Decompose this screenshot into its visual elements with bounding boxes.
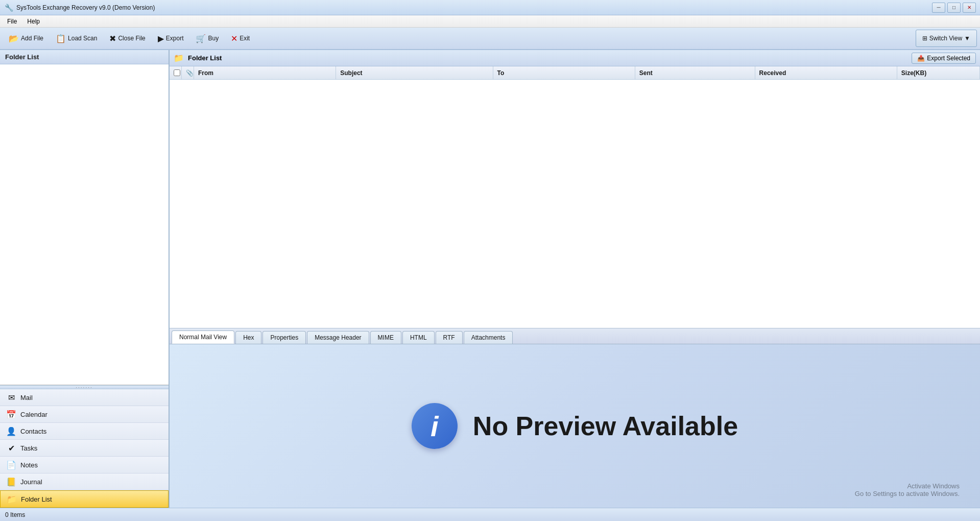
- col-sent[interactable]: Sent: [635, 66, 755, 79]
- export-selected-icon: 📤: [917, 55, 925, 62]
- tab-mime[interactable]: MIME: [370, 331, 401, 344]
- nav-label-journal: Journal: [20, 478, 42, 486]
- col-received[interactable]: Received: [755, 66, 897, 79]
- buy-label: Buy: [208, 35, 219, 42]
- journal-icon: 📒: [6, 477, 16, 486]
- status-bar: 0 Items: [0, 508, 980, 521]
- activate-windows-notice: Activate Windows Go to Settings to activ…: [855, 482, 960, 498]
- buy-icon: 🛒: [196, 34, 206, 43]
- tab-attachments[interactable]: Attachments: [464, 331, 513, 344]
- mail-icon: ✉: [6, 393, 16, 402]
- window-controls: ─ □ ✕: [932, 3, 976, 13]
- app-icon: 🔧: [4, 3, 13, 12]
- add-file-icon: 📂: [9, 34, 19, 43]
- nav-item-folder-list[interactable]: 📁 Folder List: [0, 490, 169, 508]
- close-button[interactable]: ✕: [963, 3, 976, 13]
- nav-label-tasks: Tasks: [20, 444, 37, 452]
- export-icon: ▶: [158, 34, 164, 43]
- col-from[interactable]: From: [194, 66, 336, 79]
- nav-item-journal[interactable]: 📒 Journal: [0, 473, 169, 490]
- activate-line2: Go to Settings to activate Windows.: [855, 490, 960, 498]
- tab-rtf[interactable]: RTF: [436, 331, 463, 344]
- minimize-button[interactable]: ─: [932, 3, 945, 13]
- nav-label-contacts: Contacts: [20, 428, 46, 435]
- nav-item-tasks[interactable]: ✔ Tasks: [0, 440, 169, 457]
- nav-item-mail[interactable]: ✉ Mail: [0, 389, 169, 406]
- menu-bar: File Help: [0, 15, 980, 28]
- folder-list-title: Folder List: [0, 50, 169, 64]
- switch-view-icon: ⊞: [922, 35, 927, 42]
- exit-label: Exit: [240, 35, 250, 42]
- buy-button[interactable]: 🛒 Buy: [190, 30, 224, 47]
- calendar-icon: 📅: [6, 410, 16, 419]
- menu-file[interactable]: File: [2, 17, 22, 26]
- menu-help[interactable]: Help: [22, 17, 45, 26]
- message-list-header: 📁 Folder List 📤 Export Selected: [170, 50, 980, 66]
- add-file-button[interactable]: 📂 Add File: [3, 30, 49, 47]
- contacts-icon: 👤: [6, 427, 16, 436]
- nav-item-calendar[interactable]: 📅 Calendar: [0, 406, 169, 423]
- main-layout: Folder List ······· ✉ Mail 📅 Calendar 👤 …: [0, 50, 980, 508]
- nav-label-mail: Mail: [20, 394, 33, 401]
- folder-tree[interactable]: [0, 64, 169, 385]
- nav-label-folder-list: Folder List: [21, 495, 52, 503]
- preview-area: i No Preview Available Activate Windows …: [170, 344, 980, 508]
- close-file-icon: ✖: [109, 34, 116, 43]
- tab-html[interactable]: HTML: [402, 331, 435, 344]
- folder-list-icon: 📁: [7, 494, 17, 504]
- col-size[interactable]: Size(KB): [897, 66, 980, 79]
- message-list-body[interactable]: [170, 80, 980, 328]
- right-panel: 📁 Folder List 📤 Export Selected 📎 From S…: [170, 50, 980, 508]
- column-headers: 📎 From Subject To Sent Received Size(KB): [170, 66, 980, 80]
- nav-item-notes[interactable]: 📄 Notes: [0, 457, 169, 473]
- maximize-button[interactable]: □: [947, 3, 961, 13]
- close-file-button[interactable]: ✖ Close File: [104, 30, 151, 47]
- tasks-icon: ✔: [6, 443, 16, 453]
- message-list-title: Folder List: [188, 54, 222, 62]
- tab-hex[interactable]: Hex: [235, 331, 261, 344]
- info-icon: i: [412, 403, 458, 449]
- load-scan-icon: 📋: [56, 34, 66, 43]
- nav-item-contacts[interactable]: 👤 Contacts: [0, 423, 169, 440]
- left-panel: Folder List ······· ✉ Mail 📅 Calendar 👤 …: [0, 50, 170, 508]
- activate-line1: Activate Windows: [855, 482, 960, 490]
- load-scan-button[interactable]: 📋 Load Scan: [50, 30, 103, 47]
- nav-label-calendar: Calendar: [20, 411, 47, 418]
- resize-handle[interactable]: ·······: [0, 385, 169, 389]
- tab-message-header[interactable]: Message Header: [307, 331, 369, 344]
- col-attach: 📎: [182, 66, 194, 79]
- export-selected-label: Export Selected: [927, 55, 970, 62]
- preview-tabs: Normal Mail ViewHexPropertiesMessage Hea…: [170, 328, 980, 344]
- col-to[interactable]: To: [493, 66, 635, 79]
- exit-button[interactable]: ✕ Exit: [225, 30, 255, 47]
- title-bar: 🔧 SysTools Exchange Recovery v9.0 (Demo …: [0, 0, 980, 15]
- col-check[interactable]: [170, 66, 182, 79]
- export-button[interactable]: ▶ Export: [152, 30, 189, 47]
- col-subject[interactable]: Subject: [336, 66, 493, 79]
- no-preview-text: No Preview Available: [473, 411, 738, 441]
- tab-properties[interactable]: Properties: [262, 331, 306, 344]
- toolbar-right: ⊞ Switch View ▼: [916, 30, 977, 47]
- add-file-label: Add File: [21, 35, 43, 42]
- notes-icon: 📄: [6, 460, 16, 469]
- nav-items: ✉ Mail 📅 Calendar 👤 Contacts ✔ Tasks 📄 N…: [0, 389, 169, 508]
- info-letter: i: [431, 410, 439, 443]
- switch-view-dropdown-icon: ▼: [964, 35, 970, 42]
- switch-view-label: Switch View: [929, 35, 962, 42]
- items-count: 0 Items: [5, 511, 25, 518]
- switch-view-button[interactable]: ⊞ Switch View ▼: [916, 30, 977, 47]
- nav-label-notes: Notes: [20, 461, 38, 469]
- exit-icon: ✕: [231, 34, 237, 43]
- app-title: SysTools Exchange Recovery v9.0 (Demo Ve…: [16, 4, 932, 11]
- export-selected-button[interactable]: 📤 Export Selected: [912, 53, 976, 64]
- toolbar: 📂 Add File 📋 Load Scan ✖ Close File ▶ Ex…: [0, 28, 980, 50]
- folder-icon: 📁: [174, 53, 184, 63]
- load-scan-label: Load Scan: [68, 35, 97, 42]
- select-all-checkbox[interactable]: [174, 69, 180, 76]
- close-file-label: Close File: [118, 35, 145, 42]
- export-label: Export: [166, 35, 184, 42]
- tab-normal-mail[interactable]: Normal Mail View: [172, 330, 234, 344]
